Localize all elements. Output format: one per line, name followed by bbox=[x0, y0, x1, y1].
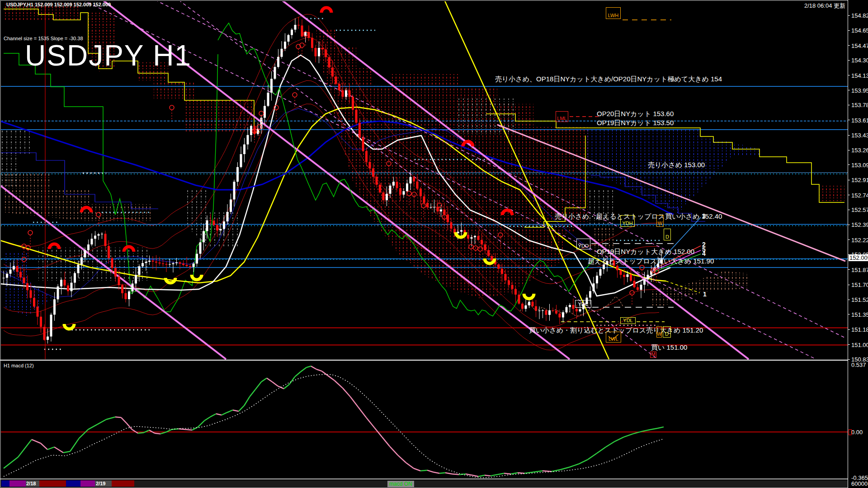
candle-body bbox=[484, 244, 486, 250]
candle-body bbox=[281, 49, 283, 57]
candle-body bbox=[226, 212, 229, 221]
candle-body bbox=[128, 291, 130, 299]
candle-body bbox=[193, 263, 195, 267]
candle-body bbox=[315, 48, 317, 56]
price-axis-label: 154.475 bbox=[851, 42, 868, 49]
candle-body bbox=[355, 110, 358, 123]
macd-toggle-label[interactable]: macd ON bbox=[387, 481, 414, 487]
candle-body bbox=[118, 277, 120, 285]
session-segment bbox=[134, 480, 848, 487]
cloud-red bbox=[4, 3, 80, 20]
price-axis-label: 151.525 bbox=[851, 296, 868, 303]
candle-body bbox=[104, 234, 107, 246]
candle-body bbox=[169, 264, 171, 265]
axis-tick bbox=[848, 150, 850, 150]
cloud-white bbox=[588, 190, 615, 226]
candle-body bbox=[250, 126, 252, 135]
volume-axis-label: 60000 bbox=[851, 480, 868, 487]
pivot-box-d[interactable]: D bbox=[663, 326, 671, 338]
pivot-box-lwl[interactable]: LWL bbox=[606, 332, 621, 343]
candle-body bbox=[80, 258, 83, 265]
candle-body bbox=[423, 197, 425, 203]
candle-body bbox=[640, 285, 642, 290]
candle-body bbox=[94, 235, 96, 239]
session-segment bbox=[112, 480, 134, 487]
candle-body bbox=[379, 185, 381, 192]
candle-body bbox=[382, 192, 385, 200]
candle-body bbox=[392, 182, 395, 186]
candle-body bbox=[572, 305, 575, 309]
session-segment bbox=[39, 480, 66, 487]
session-segment bbox=[1, 480, 9, 487]
candle-body bbox=[264, 106, 266, 117]
pivot-box-w[interactable]: W bbox=[656, 326, 662, 338]
candle-body bbox=[413, 177, 415, 182]
candle-body bbox=[135, 275, 137, 283]
candle-body bbox=[230, 199, 232, 211]
pivot-box-m[interactable]: M bbox=[650, 352, 656, 358]
candle-body bbox=[342, 90, 344, 97]
axis-tick bbox=[848, 15, 850, 16]
candle-body bbox=[155, 262, 157, 263]
candle-body bbox=[396, 182, 398, 188]
candle-body bbox=[267, 93, 269, 106]
pivot-box-ydh[interactable]: YDH bbox=[620, 215, 635, 227]
candle-body bbox=[589, 291, 591, 297]
candle-body bbox=[9, 270, 12, 274]
candle-body bbox=[477, 236, 480, 240]
price-axis: 154.825154.650154.475154.305154.130153.9… bbox=[848, 0, 868, 488]
chart-canvas[interactable] bbox=[0, 0, 849, 488]
candle-body bbox=[349, 90, 351, 97]
candle-body bbox=[172, 263, 175, 264]
axis-tick bbox=[848, 30, 850, 31]
macd-axis-label: 0.00 bbox=[851, 429, 863, 436]
price-axis-label: 154.650 bbox=[851, 27, 868, 34]
axis-tick bbox=[848, 329, 850, 330]
pivot-box-w[interactable]: W bbox=[656, 215, 664, 227]
candle-body bbox=[338, 84, 340, 90]
candle-body bbox=[630, 274, 632, 281]
candle-body bbox=[633, 281, 636, 287]
candle-body bbox=[67, 286, 69, 291]
price-axis-label: 152.915 bbox=[851, 177, 868, 183]
candle-body bbox=[26, 283, 28, 291]
candle-body bbox=[91, 239, 93, 244]
pivot-box-lml[interactable]: LML bbox=[556, 111, 568, 122]
candle-body bbox=[233, 182, 236, 199]
pivot-box-d[interactable]: D bbox=[664, 229, 671, 240]
candle-body bbox=[566, 307, 568, 312]
axis-tick bbox=[848, 344, 850, 345]
pivot-box-lwh[interactable]: LWH bbox=[606, 7, 621, 19]
candle-body bbox=[297, 25, 300, 25]
candle-body bbox=[609, 261, 612, 261]
axis-tick bbox=[848, 314, 850, 314]
axis-tick bbox=[848, 300, 850, 300]
candle-body bbox=[159, 263, 161, 263]
candle-body bbox=[40, 317, 42, 327]
price-axis-label: 151.180 bbox=[851, 326, 868, 333]
candle-body bbox=[521, 304, 524, 309]
candle-body bbox=[243, 145, 245, 154]
pivot-box-ydo[interactable]: YDO bbox=[576, 239, 590, 249]
macd-main-line bbox=[155, 433, 160, 434]
price-axis-label: 152.570 bbox=[851, 206, 868, 213]
pivot-box-ydl[interactable]: YDL bbox=[620, 317, 636, 324]
pivot-box-ydc[interactable]: YDC bbox=[575, 300, 591, 308]
axis-tick bbox=[848, 239, 850, 240]
candle-body bbox=[518, 295, 520, 304]
candle-body bbox=[114, 268, 117, 277]
price-axis-label: 151.005 bbox=[851, 342, 868, 348]
candle-body bbox=[623, 275, 625, 277]
candle-body bbox=[352, 97, 354, 110]
candle-body bbox=[542, 310, 544, 311]
candle-body bbox=[74, 273, 76, 283]
macd-main-line bbox=[420, 470, 427, 471]
candle-body bbox=[508, 280, 510, 285]
candle-body bbox=[335, 76, 337, 84]
candle-body bbox=[254, 126, 256, 134]
candle-body bbox=[311, 38, 313, 48]
candle-body bbox=[294, 25, 297, 30]
macd-main-line bbox=[504, 474, 511, 474]
candle-body bbox=[511, 285, 514, 289]
cloud-red bbox=[819, 184, 844, 201]
